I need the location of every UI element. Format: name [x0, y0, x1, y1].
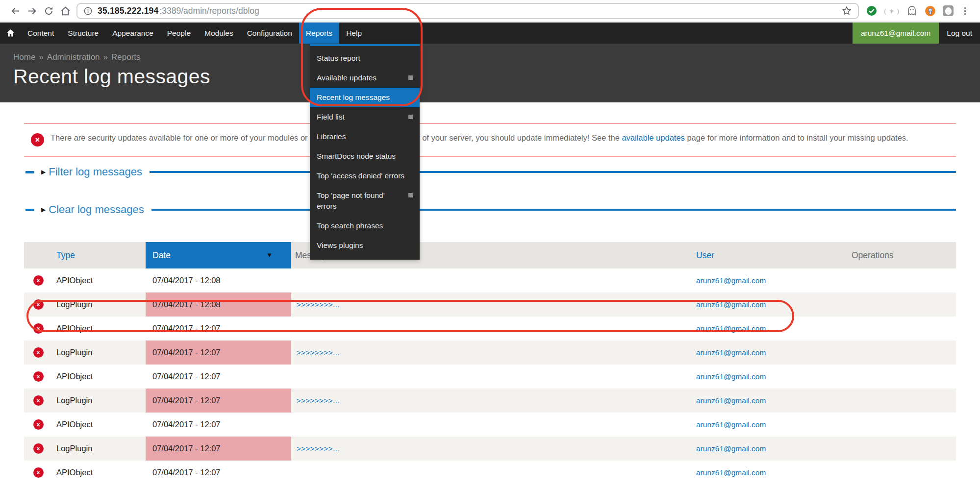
- user-link[interactable]: arunz61@gmail.com: [696, 348, 766, 357]
- message-link[interactable]: >>>>>>>>...: [297, 396, 340, 405]
- user-link[interactable]: arunz61@gmail.com: [696, 276, 766, 285]
- fieldset-border-dash: [25, 209, 34, 211]
- dropdown-item-label: Recent log messages: [317, 92, 390, 103]
- disabled-extension-icon[interactable]: ( ∗ ): [884, 7, 900, 15]
- dropdown-item-libraries[interactable]: Libraries: [310, 127, 420, 146]
- dropdown-item-available-updates[interactable]: Available updates: [310, 68, 420, 88]
- toolbar-item-configuration[interactable]: Configuration: [240, 23, 299, 44]
- page-info-icon[interactable]: [83, 6, 93, 16]
- sort-desc-icon[interactable]: ▼: [266, 251, 273, 259]
- breadcrumb-link-home[interactable]: Home: [13, 52, 35, 62]
- user-link[interactable]: arunz61@gmail.com: [696, 324, 766, 333]
- message-cell: >>>>>>>>...: [291, 341, 690, 365]
- breadcrumb-link-reports[interactable]: Reports: [111, 52, 141, 62]
- operations-cell: [832, 461, 956, 485]
- user-cell: arunz61@gmail.com: [690, 317, 832, 341]
- user-cell: arunz61@gmail.com: [690, 341, 832, 365]
- shield-check-extension-icon[interactable]: [866, 5, 878, 17]
- type-icon-cell: ×: [24, 317, 52, 341]
- fieldset-border-line: [151, 209, 956, 211]
- type-icon-cell: ×: [24, 461, 52, 485]
- vpn-extension-icon[interactable]: [924, 5, 936, 17]
- back-icon[interactable]: [7, 2, 24, 19]
- home-icon[interactable]: [57, 2, 74, 19]
- site-home-icon[interactable]: [0, 23, 21, 44]
- toolbar-item-people[interactable]: People: [160, 23, 198, 44]
- dropdown-item-status-report[interactable]: Status report: [310, 49, 420, 68]
- operations-cell: [832, 292, 956, 317]
- date-cell: 07/04/2017 - 12:08: [146, 292, 291, 317]
- dropdown-item-field-list[interactable]: Field list: [310, 107, 420, 127]
- gray-extension-icon[interactable]: [943, 5, 954, 16]
- dropdown-item-recent-log-messages[interactable]: Recent log messages: [310, 88, 420, 107]
- type-icon-cell: ×: [24, 268, 52, 292]
- message-link[interactable]: >>>>>>>>...: [297, 444, 340, 453]
- type-cell: LogPlugin: [52, 437, 146, 461]
- dropdown-item-top-access-denied-errors[interactable]: Top 'access denied' errors: [310, 166, 420, 186]
- browser-menu-kebab-icon[interactable]: [956, 2, 973, 19]
- main-content: × There are security updates available f…: [0, 123, 980, 485]
- reload-icon[interactable]: [40, 2, 57, 19]
- error-text: There are security updates available for…: [50, 131, 908, 146]
- available-updates-link[interactable]: available updates: [622, 133, 684, 142]
- message-cell: [291, 461, 690, 485]
- operations-cell: [832, 341, 956, 365]
- page-header: Home»Administration»Reports Recent log m…: [0, 44, 980, 102]
- user-link[interactable]: arunz61@gmail.com: [696, 300, 766, 309]
- log-row: ×APIObject07/04/2017 - 12:07arunz61@gmai…: [24, 461, 956, 485]
- log-row: ×LogPlugin07/04/2017 - 12:08>>>>>>>>...a…: [24, 292, 956, 317]
- type-icon-cell: ×: [24, 389, 52, 413]
- user-link[interactable]: arunz61@gmail.com: [696, 420, 766, 429]
- address-bar[interactable]: 35.185.222.194 :3389/admin/reports/dblog: [76, 3, 859, 19]
- filter-log-messages-toggle[interactable]: Filter log messages: [49, 166, 142, 178]
- breadcrumb-link-administration[interactable]: Administration: [47, 52, 100, 62]
- user-cell: arunz61@gmail.com: [690, 268, 832, 292]
- date-cell: 07/04/2017 - 12:07: [146, 317, 291, 341]
- dropdown-item-top-page-not-found-errors[interactable]: Top 'page not found' errors: [310, 186, 420, 216]
- clear-log-messages-fieldset: ▶ Clear log messages: [24, 202, 956, 217]
- forward-icon[interactable]: [24, 2, 40, 19]
- toolbar-item-structure[interactable]: Structure: [61, 23, 105, 44]
- user-link[interactable]: arunz61@gmail.com: [696, 372, 766, 381]
- toolbar-item-help[interactable]: Help: [339, 23, 369, 44]
- log-messages-table: Type Date▼ Message User Operations ×APIO…: [24, 242, 956, 485]
- type-cell: LogPlugin: [52, 341, 146, 365]
- user-cell: arunz61@gmail.com: [690, 461, 832, 485]
- date-sort-link[interactable]: Date: [152, 250, 171, 260]
- message-link[interactable]: >>>>>>>>...: [297, 348, 340, 357]
- message-cell: >>>>>>>>...: [291, 437, 690, 461]
- extension-tray: ( ∗ ): [866, 5, 954, 17]
- fieldset-border-line: [150, 171, 956, 173]
- message-link[interactable]: >>>>>>>>...: [297, 300, 340, 309]
- type-cell: APIObject: [52, 268, 146, 292]
- account-button[interactable]: arunz61@gmail.com: [853, 23, 939, 44]
- user-cell: arunz61@gmail.com: [690, 413, 832, 437]
- user-link[interactable]: arunz61@gmail.com: [696, 468, 766, 477]
- user-link[interactable]: arunz61@gmail.com: [696, 444, 766, 453]
- dropdown-item-label: Top 'page not found' errors: [317, 190, 404, 212]
- toolbar-item-reports[interactable]: Reports: [299, 23, 339, 44]
- toolbar-item-modules[interactable]: Modules: [198, 23, 240, 44]
- operations-cell: [832, 317, 956, 341]
- date-cell: 07/04/2017 - 12:07: [146, 437, 291, 461]
- user-link[interactable]: arunz61@gmail.com: [696, 396, 766, 405]
- dropdown-item-views-plugins[interactable]: Views plugins: [310, 236, 420, 255]
- toolbar-item-content[interactable]: Content: [21, 23, 61, 44]
- type-icon-cell: ×: [24, 365, 52, 389]
- error-icon: ×: [33, 299, 44, 310]
- collapsed-arrow-icon: ▶: [41, 206, 46, 213]
- dropdown-item-label: Top search phrases: [317, 220, 383, 231]
- toolbar-item-appearance[interactable]: Appearance: [105, 23, 160, 44]
- bookmark-star-icon[interactable]: [841, 5, 852, 16]
- ghost-extension-icon[interactable]: [906, 5, 918, 17]
- dropdown-item-smartdocs-node-status[interactable]: SmartDocs node status: [310, 146, 420, 166]
- user-sort-link[interactable]: User: [696, 250, 714, 260]
- dropdown-item-top-search-phrases[interactable]: Top search phrases: [310, 216, 420, 236]
- message-cell: [291, 365, 690, 389]
- page-title: Recent log messages: [13, 65, 980, 88]
- type-sort-link[interactable]: Type: [56, 250, 75, 260]
- menu-item-marker-icon: [408, 115, 413, 119]
- logout-button[interactable]: Log out: [939, 23, 980, 44]
- log-row: ×APIObject07/04/2017 - 12:07arunz61@gmai…: [24, 317, 956, 341]
- clear-log-messages-toggle[interactable]: Clear log messages: [49, 203, 144, 216]
